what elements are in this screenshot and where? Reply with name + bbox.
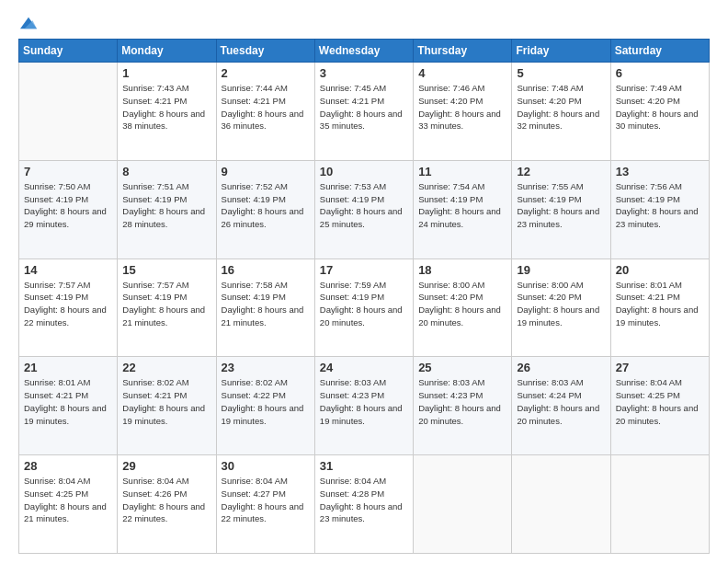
day-number: 30	[222, 459, 310, 473]
day-info: Sunrise: 7:57 AMSunset: 4:19 PMDaylight:…	[24, 279, 112, 329]
day-info: Sunrise: 8:00 AMSunset: 4:20 PMDaylight:…	[517, 279, 605, 329]
day-number: 10	[320, 165, 408, 178]
calendar-cell: 10Sunrise: 7:53 AMSunset: 4:19 PMDayligh…	[314, 160, 413, 259]
day-number: 31	[320, 459, 408, 473]
day-number: 23	[222, 361, 310, 374]
day-number: 8	[122, 165, 210, 178]
day-info: Sunrise: 8:04 AMSunset: 4:27 PMDaylight:…	[222, 475, 310, 525]
calendar-day-header: Wednesday	[314, 40, 413, 63]
day-number: 25	[418, 361, 506, 374]
day-info: Sunrise: 8:03 AMSunset: 4:23 PMDaylight:…	[418, 376, 506, 427]
calendar-cell: 17Sunrise: 7:59 AMSunset: 4:19 PMDayligh…	[314, 259, 413, 357]
day-number: 20	[616, 263, 704, 277]
logo-text	[18, 17, 37, 29]
calendar-cell	[19, 63, 118, 161]
day-info: Sunrise: 7:55 AMSunset: 4:19 PMDaylight:…	[517, 180, 605, 231]
day-info: Sunrise: 7:49 AMSunset: 4:20 PMDaylight:…	[616, 82, 704, 132]
day-number: 15	[122, 263, 210, 277]
calendar-day-header: Friday	[512, 40, 610, 63]
calendar-cell: 20Sunrise: 8:01 AMSunset: 4:21 PMDayligh…	[610, 259, 709, 357]
day-info: Sunrise: 8:01 AMSunset: 4:21 PMDaylight:…	[616, 279, 704, 329]
day-info: Sunrise: 7:52 AMSunset: 4:19 PMDaylight:…	[222, 180, 310, 231]
day-number: 2	[222, 66, 310, 80]
day-info: Sunrise: 7:54 AMSunset: 4:19 PMDaylight:…	[418, 180, 506, 231]
calendar-cell: 28Sunrise: 8:04 AMSunset: 4:25 PMDayligh…	[19, 455, 118, 554]
calendar-cell: 9Sunrise: 7:52 AMSunset: 4:19 PMDaylight…	[216, 160, 314, 259]
day-info: Sunrise: 7:53 AMSunset: 4:19 PMDaylight:…	[320, 180, 408, 231]
day-info: Sunrise: 8:03 AMSunset: 4:24 PMDaylight:…	[517, 376, 605, 427]
day-info: Sunrise: 8:02 AMSunset: 4:21 PMDaylight:…	[122, 376, 210, 427]
day-number: 17	[320, 263, 408, 277]
header	[18, 17, 710, 29]
day-number: 24	[320, 361, 408, 374]
calendar-cell: 21Sunrise: 8:01 AMSunset: 4:21 PMDayligh…	[19, 357, 118, 455]
calendar-day-header: Sunday	[19, 40, 118, 63]
calendar-cell: 2Sunrise: 7:44 AMSunset: 4:21 PMDaylight…	[216, 63, 314, 161]
day-number: 28	[24, 459, 112, 473]
calendar-cell: 23Sunrise: 8:02 AMSunset: 4:22 PMDayligh…	[216, 357, 314, 455]
day-number: 19	[517, 263, 605, 277]
calendar-cell: 19Sunrise: 8:00 AMSunset: 4:20 PMDayligh…	[512, 259, 610, 357]
day-info: Sunrise: 7:58 AMSunset: 4:19 PMDaylight:…	[222, 279, 310, 329]
day-number: 6	[616, 66, 704, 80]
calendar-cell: 29Sunrise: 8:04 AMSunset: 4:26 PMDayligh…	[118, 455, 216, 554]
day-number: 11	[418, 165, 506, 178]
calendar-cell	[512, 455, 610, 554]
day-number: 26	[517, 361, 605, 374]
day-number: 12	[517, 165, 605, 178]
calendar-cell: 22Sunrise: 8:02 AMSunset: 4:21 PMDayligh…	[118, 357, 216, 455]
logo	[18, 17, 37, 29]
day-number: 18	[418, 263, 506, 277]
day-info: Sunrise: 8:04 AMSunset: 4:25 PMDaylight:…	[616, 376, 704, 427]
page: SundayMondayTuesdayWednesdayThursdayFrid…	[0, 0, 728, 563]
day-info: Sunrise: 7:46 AMSunset: 4:20 PMDaylight:…	[418, 82, 506, 132]
day-number: 29	[122, 459, 210, 473]
calendar-cell: 6Sunrise: 7:49 AMSunset: 4:20 PMDaylight…	[610, 63, 709, 161]
day-number: 4	[418, 66, 506, 80]
day-info: Sunrise: 7:59 AMSunset: 4:19 PMDaylight:…	[320, 279, 408, 329]
calendar-week-row: 28Sunrise: 8:04 AMSunset: 4:25 PMDayligh…	[19, 455, 710, 554]
calendar-cell: 7Sunrise: 7:50 AMSunset: 4:19 PMDaylight…	[19, 160, 118, 259]
calendar-cell: 30Sunrise: 8:04 AMSunset: 4:27 PMDayligh…	[216, 455, 314, 554]
day-info: Sunrise: 8:03 AMSunset: 4:23 PMDaylight:…	[320, 376, 408, 427]
calendar-cell	[414, 455, 512, 554]
calendar-cell: 26Sunrise: 8:03 AMSunset: 4:24 PMDayligh…	[512, 357, 610, 455]
day-info: Sunrise: 8:04 AMSunset: 4:25 PMDaylight:…	[24, 475, 112, 525]
logo-icon	[20, 17, 37, 29]
day-number: 14	[24, 263, 112, 277]
day-info: Sunrise: 7:45 AMSunset: 4:21 PMDaylight:…	[320, 82, 408, 132]
calendar-cell	[610, 455, 709, 554]
day-number: 5	[517, 66, 605, 80]
calendar-cell: 11Sunrise: 7:54 AMSunset: 4:19 PMDayligh…	[414, 160, 512, 259]
calendar-cell: 3Sunrise: 7:45 AMSunset: 4:21 PMDaylight…	[314, 63, 413, 161]
calendar-week-row: 21Sunrise: 8:01 AMSunset: 4:21 PMDayligh…	[19, 357, 710, 455]
calendar-day-header: Thursday	[414, 40, 512, 63]
day-info: Sunrise: 7:50 AMSunset: 4:19 PMDaylight:…	[24, 180, 112, 231]
day-info: Sunrise: 7:44 AMSunset: 4:21 PMDaylight:…	[222, 82, 310, 132]
calendar-cell: 27Sunrise: 8:04 AMSunset: 4:25 PMDayligh…	[610, 357, 709, 455]
calendar-cell: 5Sunrise: 7:48 AMSunset: 4:20 PMDaylight…	[512, 63, 610, 161]
day-number: 22	[122, 361, 210, 374]
day-info: Sunrise: 8:04 AMSunset: 4:28 PMDaylight:…	[320, 475, 408, 525]
day-info: Sunrise: 8:04 AMSunset: 4:26 PMDaylight:…	[122, 475, 210, 525]
day-number: 27	[616, 361, 704, 374]
day-number: 9	[222, 165, 310, 178]
calendar-day-header: Monday	[118, 40, 216, 63]
calendar-week-row: 14Sunrise: 7:57 AMSunset: 4:19 PMDayligh…	[19, 259, 710, 357]
calendar-cell: 31Sunrise: 8:04 AMSunset: 4:28 PMDayligh…	[314, 455, 413, 554]
calendar-cell: 4Sunrise: 7:46 AMSunset: 4:20 PMDaylight…	[414, 63, 512, 161]
day-number: 1	[122, 66, 210, 80]
calendar-cell: 12Sunrise: 7:55 AMSunset: 4:19 PMDayligh…	[512, 160, 610, 259]
calendar-cell: 13Sunrise: 7:56 AMSunset: 4:19 PMDayligh…	[610, 160, 709, 259]
day-info: Sunrise: 7:57 AMSunset: 4:19 PMDaylight:…	[122, 279, 210, 329]
day-info: Sunrise: 8:02 AMSunset: 4:22 PMDaylight:…	[222, 376, 310, 427]
calendar: SundayMondayTuesdayWednesdayThursdayFrid…	[18, 39, 710, 554]
calendar-cell: 15Sunrise: 7:57 AMSunset: 4:19 PMDayligh…	[118, 259, 216, 357]
day-number: 21	[24, 361, 112, 374]
day-info: Sunrise: 8:01 AMSunset: 4:21 PMDaylight:…	[24, 376, 112, 427]
day-info: Sunrise: 7:51 AMSunset: 4:19 PMDaylight:…	[122, 180, 210, 231]
day-info: Sunrise: 7:56 AMSunset: 4:19 PMDaylight:…	[616, 180, 704, 231]
calendar-header-row: SundayMondayTuesdayWednesdayThursdayFrid…	[19, 40, 710, 63]
day-number: 16	[222, 263, 310, 277]
calendar-day-header: Saturday	[610, 40, 709, 63]
